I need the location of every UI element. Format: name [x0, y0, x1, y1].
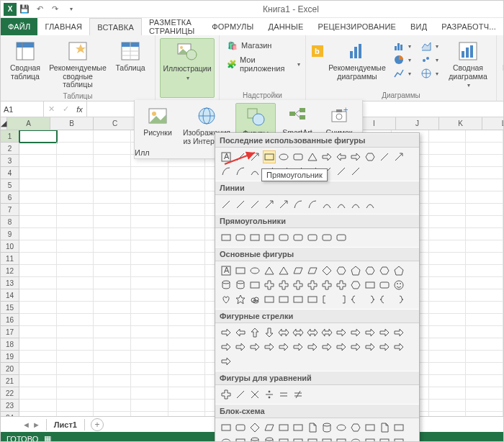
cell[interactable] [466, 351, 503, 363]
cell[interactable] [429, 412, 467, 416]
shape-icon[interactable] [277, 388, 290, 401]
row-header[interactable]: 8 [1, 216, 19, 228]
cell[interactable] [429, 253, 467, 265]
cell[interactable] [131, 277, 168, 289]
cell[interactable] [168, 204, 206, 216]
col-header[interactable]: C [94, 117, 137, 130]
shape-icon[interactable] [378, 150, 391, 163]
shape-icon[interactable] [364, 326, 377, 339]
shape-icon[interactable] [220, 198, 233, 211]
shape-icon[interactable] [248, 198, 261, 211]
cell[interactable] [131, 191, 168, 204]
shape-icon[interactable] [277, 150, 290, 163]
cell[interactable] [57, 412, 94, 416]
cell[interactable] [429, 302, 467, 314]
cell[interactable] [57, 228, 94, 240]
shape-icon[interactable] [364, 198, 377, 211]
cell[interactable] [94, 204, 131, 216]
shape-icon[interactable] [292, 421, 305, 434]
shape-icon[interactable] [220, 293, 233, 306]
tab-page-layout[interactable]: РАЗМЕТКА СТРАНИЦЫ [142, 18, 204, 35]
shape-icon[interactable] [349, 436, 362, 442]
shape-icon[interactable] [248, 165, 261, 178]
shape-icon[interactable] [378, 340, 391, 353]
shape-icon[interactable] [248, 421, 261, 434]
cell[interactable] [131, 253, 168, 265]
shape-icon[interactable] [335, 293, 348, 306]
cell[interactable] [168, 302, 206, 314]
shape-icon[interactable] [292, 388, 305, 401]
cell[interactable] [57, 130, 94, 143]
row-header[interactable]: 7 [1, 204, 19, 216]
shape-icon[interactable] [364, 150, 377, 163]
cell[interactable] [466, 314, 503, 326]
cell[interactable] [131, 400, 168, 412]
col-header[interactable]: K [439, 117, 482, 130]
cell[interactable] [57, 363, 94, 375]
shape-icon[interactable] [392, 279, 405, 292]
shape-icon[interactable] [392, 340, 405, 353]
row-header[interactable]: 19 [1, 351, 19, 363]
row-header[interactable]: 21 [1, 375, 19, 387]
cell[interactable] [466, 400, 503, 412]
row-header[interactable]: 18 [1, 338, 19, 351]
cell[interactable] [131, 387, 168, 400]
shape-icon[interactable] [392, 436, 405, 442]
shape-icon[interactable] [234, 264, 247, 277]
shape-icon[interactable] [234, 436, 247, 442]
cell[interactable] [466, 253, 503, 265]
cell[interactable] [466, 155, 503, 167]
shape-icon[interactable] [306, 340, 319, 353]
shape-icon[interactable] [364, 279, 377, 292]
shape-icon[interactable] [248, 279, 261, 292]
cell[interactable] [131, 338, 168, 351]
add-sheet-button[interactable]: + [91, 418, 104, 431]
shape-icon[interactable] [335, 150, 348, 163]
shape-icon[interactable] [349, 421, 362, 434]
recommended-charts-button[interactable]: Рекомендуемые диаграммы [326, 38, 388, 90]
cell[interactable] [429, 375, 467, 387]
shape-icon[interactable] [364, 340, 377, 353]
cell[interactable] [94, 228, 131, 240]
cell[interactable] [19, 216, 57, 228]
col-header[interactable]: L [482, 117, 503, 130]
sheet-tab[interactable]: Лист1 [46, 419, 85, 430]
shape-icon[interactable] [234, 388, 247, 401]
my-apps-button[interactable]: 🧩Мои приложения▾ [224, 54, 303, 74]
shape-icon[interactable] [320, 326, 333, 339]
shape-icon[interactable] [335, 231, 348, 244]
shape-icon[interactable] [248, 231, 261, 244]
tab-view[interactable]: ВИД [403, 18, 434, 35]
shape-icon[interactable] [335, 264, 348, 277]
chart-type-5[interactable]: ▾ [418, 53, 441, 66]
row-header[interactable]: 13 [1, 277, 19, 289]
cell[interactable] [466, 302, 503, 314]
cell[interactable] [429, 167, 467, 179]
shape-icon[interactable] [392, 326, 405, 339]
shape-icon[interactable] [306, 279, 319, 292]
shape-icon[interactable] [335, 421, 348, 434]
cell[interactable] [94, 216, 131, 228]
cell[interactable] [94, 400, 131, 412]
cell[interactable] [57, 326, 94, 338]
col-header[interactable]: A [7, 117, 50, 130]
chart-type-6[interactable]: ▾ [418, 67, 441, 80]
cell[interactable] [131, 363, 168, 375]
cell[interactable] [131, 179, 168, 191]
shape-icon[interactable] [248, 436, 261, 442]
cell[interactable] [168, 179, 206, 191]
col-header[interactable]: B [50, 117, 94, 130]
tab-file[interactable]: ФАЙЛ [1, 18, 37, 35]
shape-icon[interactable] [335, 340, 348, 353]
cell[interactable] [168, 228, 206, 240]
cell[interactable] [94, 167, 131, 179]
cell[interactable] [94, 240, 131, 253]
cell[interactable] [429, 363, 467, 375]
shape-icon[interactable] [263, 388, 276, 401]
shape-icon[interactable] [335, 279, 348, 292]
cell[interactable] [19, 179, 57, 191]
cell[interactable] [19, 314, 57, 326]
enter-icon[interactable]: ✓ [58, 102, 73, 117]
shape-icon[interactable] [292, 326, 305, 339]
cell[interactable] [131, 289, 168, 302]
